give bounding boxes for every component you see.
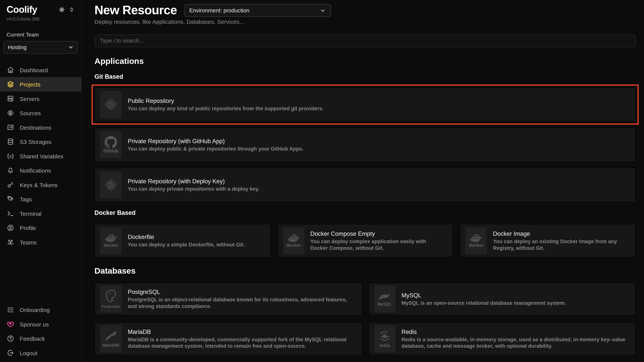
- card-title: Private Repository (with GitHub App): [128, 138, 304, 144]
- home-icon: [7, 66, 14, 74]
- theme-toggle-sun-icon[interactable]: [59, 7, 65, 13]
- card-redis[interactable]: redis Redis Redis is a source-available,…: [368, 322, 636, 355]
- card-description: You can deploy an existing Docker Image …: [493, 238, 627, 251]
- mysql-logo-text: MySQL: [378, 302, 392, 306]
- docker-logo-text: docker: [469, 243, 484, 248]
- docker-logo-icon: docker: [283, 227, 304, 254]
- git-logo-icon: [100, 172, 122, 198]
- team-select-value: Hosting: [8, 44, 27, 50]
- mariadb-logo-text: MariaDB: [103, 343, 120, 347]
- users-icon: [7, 238, 14, 246]
- card-private-repository-github-app[interactable]: GitHub Private Repository (with GitHub A…: [94, 128, 636, 162]
- chevron-down-icon: [320, 7, 326, 13]
- card-title: MySQL: [402, 292, 566, 299]
- heart-hands-icon: [7, 320, 14, 328]
- card-public-repository[interactable]: Public Repository You can deploy any kin…: [94, 87, 636, 122]
- chevron-down-icon: [68, 45, 74, 50]
- card-title: MariaDB: [128, 328, 353, 335]
- search-input[interactable]: [94, 34, 636, 47]
- sidebar-item-destinations[interactable]: Destinations: [0, 120, 81, 134]
- card-title: PostgreSQL: [128, 288, 353, 295]
- sidebar-item-notifications[interactable]: Notifications: [0, 163, 81, 178]
- cutoff-card: [368, 361, 636, 362]
- sidebar-header: Coolify: [0, 4, 81, 15]
- docker-logo-icon: docker: [466, 227, 487, 254]
- docker-based-heading: Docker Based: [94, 209, 636, 216]
- app-root: Coolify v4.0.0-beta.399 Current Team Hos…: [0, 0, 644, 362]
- sidebar-item-profile[interactable]: Profile: [0, 220, 81, 235]
- sidebar-item-shared-variables[interactable]: (x) Shared Variables: [0, 149, 81, 163]
- team-select[interactable]: Hosting: [3, 41, 78, 54]
- card-docker-compose-empty[interactable]: docker Docker Compose Empty You can depl…: [277, 224, 453, 258]
- sidebar-item-teams[interactable]: Teams: [0, 235, 81, 249]
- sidebar-item-keys-tokens[interactable]: Keys & Tokens: [0, 178, 81, 192]
- mariadb-logo-icon: MariaDB: [100, 325, 122, 352]
- mysql-logo-icon: MySQL: [374, 285, 395, 312]
- card-mariadb[interactable]: MariaDB MariaDB MariaDB is a community-d…: [94, 322, 362, 355]
- sidebar-item-sponsor-us[interactable]: Sponsor us: [0, 317, 81, 331]
- page-title: New Resource: [94, 3, 177, 17]
- sidebar-item-projects[interactable]: Projects: [0, 77, 81, 91]
- card-description: You can deploy private repositories with…: [128, 185, 259, 192]
- card-description: Redis is a source-available, in-memory s…: [402, 336, 627, 349]
- layers-icon: [7, 80, 14, 88]
- sidebar-footer: Onboarding Sponsor us Feedback Logout: [0, 303, 81, 360]
- applications-heading: Applications: [94, 57, 636, 66]
- sidebar-item-sources[interactable]: Sources: [0, 106, 81, 120]
- tags-icon: [7, 195, 14, 203]
- card-title: Dockerfile: [128, 233, 245, 240]
- card-postgresql[interactable]: PostgreSQL PostgreSQL PostgreSQL is an o…: [94, 283, 362, 315]
- sidebar-nav: Dashboard Projects Servers Sources Desti…: [0, 63, 81, 249]
- sidebar-item-feedback[interactable]: Feedback: [0, 331, 81, 346]
- card-dockerfile[interactable]: docker Dockerfile You can deploy a simpl…: [94, 224, 270, 258]
- github-logo-icon: GitHub: [100, 131, 122, 158]
- next-row-cutoff: [94, 361, 636, 362]
- app-version: v4.0.0-beta.399: [0, 16, 81, 21]
- card-description: PostgreSQL is an object-relational datab…: [128, 296, 353, 309]
- card-title: Public Repository: [128, 97, 324, 104]
- postgresql-logo-text: PostgreSQL: [101, 304, 120, 309]
- docker-logo-icon: docker: [100, 227, 122, 254]
- terminal-icon: [7, 209, 14, 217]
- docker-logo-text: docker: [286, 243, 301, 248]
- sidebar-item-onboarding[interactable]: Onboarding: [0, 303, 81, 317]
- bell-icon: [7, 167, 14, 174]
- card-description: MySQL is an open-source relational datab…: [402, 300, 566, 306]
- card-docker-image[interactable]: docker Docker Image You can deploy an ex…: [460, 224, 636, 258]
- git-based-heading: Git Based: [94, 73, 636, 80]
- card-description: You can deploy any kind of public reposi…: [128, 105, 324, 112]
- postgresql-logo-icon: PostgreSQL: [100, 285, 122, 312]
- main-content: New Resource Environment: production Dep…: [82, 0, 644, 362]
- map-icon: [7, 123, 14, 131]
- key-icon: [7, 181, 14, 188]
- variables-icon: (x): [7, 153, 14, 159]
- sidebar-item-logout[interactable]: Logout: [0, 346, 81, 360]
- card-title: Private Repository (with Deploy Key): [128, 178, 259, 184]
- card-title: Redis: [402, 328, 627, 335]
- card-title: Docker Image: [493, 230, 627, 237]
- logout-icon: [7, 349, 14, 357]
- sidebar-item-s3-storages[interactable]: S3 Storages: [0, 134, 81, 149]
- page-subtitle: Deploy resources, like Applications, Dat…: [94, 18, 636, 25]
- redis-logo-icon: redis: [374, 325, 395, 352]
- database-icon: [7, 138, 14, 146]
- environment-select-value: Environment: production: [189, 7, 250, 13]
- sidebar-item-terminal[interactable]: Terminal: [0, 206, 81, 220]
- page-header: New Resource Environment: production: [94, 3, 636, 17]
- card-mysql[interactable]: MySQL MySQL MySQL is an open-source rela…: [368, 283, 636, 315]
- card-title: Docker Compose Empty: [310, 230, 444, 237]
- card-description: You can deploy public & private reposito…: [128, 146, 304, 152]
- git-card-list: Public Repository You can deploy any kin…: [94, 87, 636, 202]
- cutoff-card: [94, 361, 362, 362]
- sidebar-item-dashboard[interactable]: Dashboard: [0, 63, 81, 77]
- card-private-repository-deploy-key[interactable]: Private Repository (with Deploy Key) You…: [94, 168, 636, 202]
- current-team-label: Current Team: [0, 31, 81, 38]
- sidebar-item-tags[interactable]: Tags: [0, 192, 81, 206]
- checklist-icon: [7, 306, 14, 314]
- sidebar-item-servers[interactable]: Servers: [0, 91, 81, 106]
- sidebar: Coolify v4.0.0-beta.399 Current Team Hos…: [0, 0, 82, 362]
- docker-logo-text: docker: [104, 243, 118, 248]
- git-source-icon: [7, 109, 14, 117]
- environment-select[interactable]: Environment: production: [184, 4, 331, 17]
- chevrons-up-down-icon[interactable]: [68, 7, 75, 13]
